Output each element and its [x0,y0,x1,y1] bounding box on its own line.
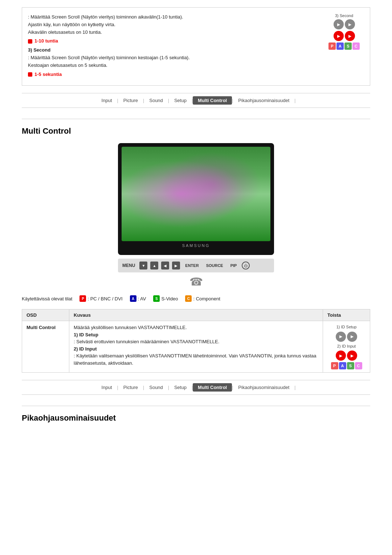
td-osd: Multi Control [22,321,69,373]
ctrl-down-btn[interactable]: ▼ [139,262,147,270]
divider-1 [22,119,370,119]
tpasc-btn-2: ▶ [347,332,357,342]
pasc-a: A [336,42,344,50]
nav2-pikaohj[interactable]: Pikaohjausominaisuudet [233,383,294,392]
state-c: C : Component [185,295,220,302]
pasc-label: P A S C [328,42,360,50]
ctrl-enter-label[interactable]: ENTER [183,262,201,269]
state-a-label: : AV [138,296,146,301]
nav2-div6: | [294,385,295,390]
tv-wrapper: SAMSUNG MENU ▼ ▲ ◀ ▶ ENTER SOURCE PIP ⏻ … [22,143,370,288]
tv-controls: MENU ▼ ▲ ◀ ▶ ENTER SOURCE PIP ⏻ [118,259,274,272]
tpasc-btn-3: ▶ [336,351,346,361]
top-line2: Ajastin käy, kun näyttöön on kytketty vi… [28,21,317,29]
tv-frame: SAMSUNG [118,143,274,255]
tv-brand: SAMSUNG [122,243,270,248]
nav-bar-bottom: Input | Picture | Sound | Setup | Multi … [22,380,370,395]
top-3second: 3) Second [28,46,317,54]
tpasc-btn-4: ▶ [347,351,357,361]
pasc-btn-1: ▶ [334,19,344,29]
ctrl-menu-label: MENU [122,263,135,268]
table-header-row: OSD Kuvaus Toista [22,309,370,321]
desc-item2-title: 2) ID Input [74,346,97,352]
table-pasc-label: P A S C [331,362,362,369]
top-section: : Määrittää Screen Scroll (Näytön vierit… [22,7,370,86]
tpasc-a: A [339,362,346,369]
pasc-btn-2: ▶ [345,19,355,29]
badge-s-icon: S [153,295,160,302]
pasc-btn-3: ▶ [334,31,344,41]
states-label: Käytettävissä olevat tilat [22,296,72,301]
pasc-p: P [328,42,336,50]
tpasc-s: S [347,362,354,369]
ctrl-power-btn[interactable]: ⏻ [242,262,250,270]
th-kuvaus: Kuvaus [69,309,323,321]
nav-picture[interactable]: Picture [118,96,143,105]
top-line5: Kestoajan oletusasetus on 5 sekuntia. [28,62,317,69]
nav2-multicontrol[interactable]: Multi Control [193,383,232,392]
tv-screen [122,147,270,241]
ctrl-up-btn[interactable]: ▲ [150,262,158,270]
top-pasc-row2: ▶ ▶ [334,31,355,41]
table-row: Multi Control Määrää yksilöllisen tunnuk… [22,321,370,373]
ctrl-source-label[interactable]: SOURCE [204,262,225,269]
nav-bar-top: Input | Picture | Sound | Setup | Multi … [22,93,370,108]
remote-icon: ☎ [189,275,203,288]
desc-item2-desc: : Käytetään valitsemaan yksilöllisen VAS… [74,353,317,366]
ctrl-right-btn[interactable]: ▶ [172,262,180,270]
th-osd: OSD [22,309,69,321]
toista2-label: 2) ID Input [337,343,356,349]
pasc-btn-4: ▶ [345,31,355,41]
data-table: OSD Kuvaus Toista Multi Control Määrää y… [22,309,370,373]
tpasc-c: C [355,362,362,369]
top-line4: : Määrittää Screen Scroll (Näytön vierit… [28,54,317,62]
nav-multicontrol[interactable]: Multi Control [193,96,232,105]
desc-intro: Määrää yksilöllisen tunnuksen VASTAANOTT… [74,325,187,330]
tpasc-btn-1: ▶ [336,332,346,342]
top-highlight1: 1-10 tuntia [28,37,317,45]
top-pasc-row1: ▶ ▶ [334,19,355,29]
tv-screen-inner [122,147,270,241]
nav2-input[interactable]: Input [97,383,117,392]
td-description: Määrää yksilöllisen tunnuksen VASTAANOTT… [69,321,323,373]
nav-sound[interactable]: Sound [144,96,168,105]
pikaohj-title: Pikaohjausominaisuudet [22,413,370,423]
nav2-picture[interactable]: Picture [118,383,143,392]
states-row: Käytettävissä olevat tilat P : PC / BNC … [22,295,370,302]
tpasc-p: P [331,362,338,369]
th-toista: Toista [323,309,370,321]
state-s: S S-Video [153,295,178,302]
nav-pikaohj[interactable]: Pikaohjausominaisuudet [233,96,294,105]
second-label: 3) Second [335,13,353,18]
top-text-content: : Määrittää Screen Scroll (Näytön vierit… [28,13,317,80]
badge-p-icon: P [79,295,86,302]
desc-item1-desc: : Selvästi erottuvien tunnuksien määrääm… [74,339,219,344]
top-image-area: 3) Second ▶ ▶ ▶ ▶ P A S C [324,13,364,80]
nav-div6: | [294,98,295,103]
divider-2 [22,406,370,406]
ctrl-left-btn[interactable]: ◀ [161,262,169,270]
ctrl-pip-label[interactable]: PIP [228,262,239,269]
state-p: P : PC / BNC / DVI [79,295,122,302]
state-s-label: S-Video [161,296,178,301]
table-pasc: 1) ID Setup ▶ ▶ 2) ID Input ▶ ▶ P A [327,324,366,369]
td-toista: 1) ID Setup ▶ ▶ 2) ID Input ▶ ▶ P A [323,321,370,373]
nav2-setup[interactable]: Setup [169,383,192,392]
nav2-sound[interactable]: Sound [144,383,168,392]
multicontrol-title: Multi Control [22,126,370,136]
top-line1: : Määrittää Screen Scroll (Näytön vierit… [28,13,317,21]
badge-c-icon: C [185,295,192,302]
nav-setup[interactable]: Setup [169,96,192,105]
state-a: A : AV [130,295,146,302]
top-highlight2: 1-5 sekuntia [28,71,317,78]
desc-item1-title: 1) ID Setup [74,332,98,337]
table-pasc-row2: ▶ ▶ [336,351,357,361]
badge-a-icon: A [130,295,136,302]
nav-input[interactable]: Input [97,96,117,105]
toista1-label: 1) ID Setup [336,324,357,330]
top-line3: Aikavälin oletusasetus on 10 tuntia. [28,29,317,36]
state-c-label: : Component [193,296,220,301]
pasc-s: S [344,42,352,50]
table-pasc-row1: ▶ ▶ [336,332,357,342]
pasc-c: C [352,42,360,50]
